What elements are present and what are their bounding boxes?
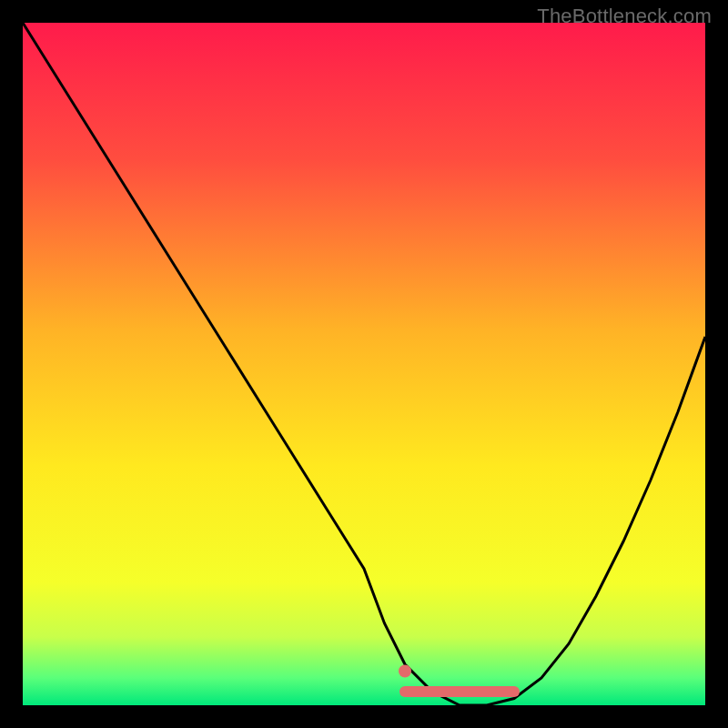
- plot-area: [23, 23, 705, 705]
- selection-marker: [399, 665, 411, 678]
- bottleneck-curve: [23, 23, 705, 705]
- curve-layer: [23, 23, 705, 705]
- chart-container: TheBottleneck.com: [0, 0, 728, 728]
- watermark-text: TheBottleneck.com: [537, 5, 712, 28]
